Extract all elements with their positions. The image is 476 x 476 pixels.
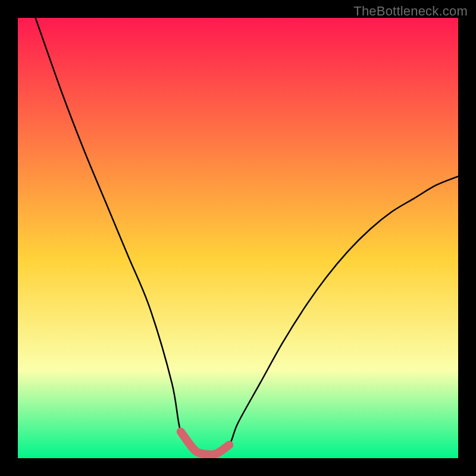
gradient-background — [18, 18, 458, 458]
chart-frame: TheBottleneck.com — [0, 0, 476, 476]
chart-plot-area — [18, 18, 458, 458]
watermark-text: TheBottleneck.com — [353, 4, 468, 19]
bottleneck-chart — [18, 18, 458, 458]
